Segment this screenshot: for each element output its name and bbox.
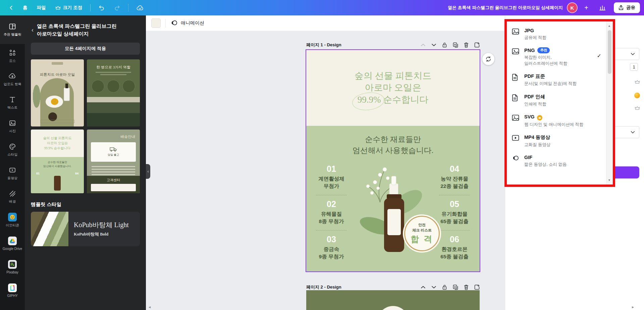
page1-center-art: 안전 체크 리스트 합 격 <box>357 162 429 271</box>
export-subtitle: 짧은 동영상, 소리 없음 <box>524 161 567 167</box>
safety-pass-badge[interactable]: 안전 체크 리스트 합 격 <box>404 216 440 251</box>
scroll-down-arrow[interactable]: ▼ <box>608 178 611 182</box>
back-chevron-icon[interactable] <box>5 3 17 13</box>
file-menu-button[interactable]: 파일 <box>33 2 50 13</box>
sidebar-label: 사진 <box>9 129 16 134</box>
sidebar-item-uploads[interactable]: 업로드 항목 <box>0 67 25 91</box>
design-title[interactable]: 옅은 초록색 파스텔그린 올리브그린 아로마오일 상세페이지 <box>448 5 563 11</box>
cloud-sync-button[interactable] <box>132 2 148 13</box>
rotate-page-button[interactable] <box>482 53 494 65</box>
templates-icon <box>8 22 16 31</box>
list-item-03[interactable]: 03 중금속9종 무첨가 <box>319 235 344 261</box>
item-line2: 8종 무첨가 <box>319 218 344 224</box>
add-member-button[interactable]: + <box>582 3 591 12</box>
thumb3-line1: 숲의 선물 피톤치드 <box>31 136 84 141</box>
design-page-1[interactable]: 숲의 선물 피톤치드 아로마 오일은 99.9% 순수합니다 순수한 재료들만 … <box>306 50 480 271</box>
move-page-down-icon[interactable] <box>431 286 436 289</box>
dotted-divider <box>439 230 470 230</box>
bar-chart-icon <box>599 5 606 10</box>
animate-button[interactable]: 애니메이션 <box>170 20 204 27</box>
sidebar-item-photos[interactable]: 사진 <box>0 114 25 138</box>
avatar[interactable]: K <box>567 2 578 13</box>
export-option-pdf-standard[interactable]: PDF 표준 문서(및 이메일 전송)에 적합 <box>507 70 613 90</box>
sidebar-item-giphy[interactable]: GIPHY <box>0 279 25 302</box>
panel-collapse-handle[interactable]: ‹ <box>146 164 150 179</box>
template-thumb-2[interactable]: 한 병으로 3가지 역할 <box>87 59 140 126</box>
delete-page-icon[interactable] <box>464 42 469 48</box>
dropdown-scrollbar[interactable]: ▲ ▼ <box>606 21 613 185</box>
export-option-pdf-print[interactable]: PDF 인쇄 인쇄에 적합 <box>507 90 613 110</box>
share-button[interactable]: 공유 <box>614 2 640 13</box>
thumb1-bottle-cap <box>65 84 68 88</box>
duplicate-page-icon[interactable] <box>453 285 458 290</box>
duplicate-page-icon[interactable] <box>453 42 458 48</box>
sidebar-item-google-drive[interactable]: Google Drive <box>0 232 25 255</box>
apply-all-pages-button[interactable]: 모든 4페이지에 적용 <box>31 43 140 55</box>
list-item-01[interactable]: 01 계면활성제무첨가 <box>318 164 344 190</box>
export-subtitle: 복잡한 이미지,일러스트레이션에 적합 <box>524 54 567 66</box>
export-option-mp4[interactable]: MP4 동영상 고화질 동영상 <box>507 131 613 151</box>
template-style-card[interactable]: KoPub바탕체 Light KoPub바탕체 Bold <box>31 212 140 246</box>
item-line2: 65종 불검출 <box>440 218 469 224</box>
export-option-jpg[interactable]: JPG 공유에 적합 <box>507 24 613 44</box>
page1-subhead[interactable]: 순수한 재료들만 엄선해서 사용했습니다. <box>306 126 480 156</box>
page1-headline[interactable]: 숲의 선물 피톤치드 아로마 오일은 99.9% 순수합니다 <box>355 70 432 106</box>
thumb3-sub1: 순수한 재료들만 <box>31 160 84 164</box>
list-item-05[interactable]: 05 유기화합물65종 불검출 <box>440 199 469 225</box>
design-page-2[interactable] <box>306 290 480 310</box>
scroll-up-arrow[interactable]: ▲ <box>608 24 611 28</box>
page1-title[interactable]: 페이지 1 - Design <box>306 42 341 48</box>
export-option-svg[interactable]: SVG 웹 디자인 및 애니메이션에 적합 <box>507 110 613 131</box>
sidebar-item-background[interactable]: 배경 <box>0 185 25 208</box>
template-thumb-1[interactable]: 피톤치드 아로마 오일 <box>31 59 84 126</box>
scroll-right-arrow[interactable]: ▸ <box>632 305 634 309</box>
chevron-down-icon <box>631 53 635 56</box>
panel-back-chevron-icon[interactable]: ‹ <box>32 27 34 38</box>
delete-page-icon[interactable] <box>464 285 469 290</box>
move-page-up-icon[interactable] <box>421 286 426 289</box>
list-item-04[interactable]: 04 농약 잔류물22종 불검출 <box>440 164 469 190</box>
scale-multiplier-input[interactable]: 1 <box>630 63 638 71</box>
style-swatch-image <box>31 212 68 246</box>
thumb3-line3: 99.9% 순수합니다 <box>31 146 84 151</box>
sidebar-item-elements[interactable]: 요소 <box>0 44 25 67</box>
list-item-02[interactable]: 02 유해물질8종 무첨가 <box>319 199 344 225</box>
move-page-down-icon[interactable] <box>431 43 436 47</box>
template-thumb-4[interactable]: 배송안내 당일 출고 고객센터 <box>87 130 140 193</box>
scrollbar-thumb[interactable] <box>608 30 611 74</box>
dotted-divider <box>316 195 347 195</box>
background-color-swatch[interactable] <box>151 18 161 28</box>
sidebar-item-videos[interactable]: 동영상 <box>0 161 25 185</box>
page2-title[interactable]: 페이지 2 - Design <box>306 284 341 290</box>
sidebar-item-text[interactable]: 텍스트 <box>0 91 25 114</box>
export-title: JPG <box>524 28 534 33</box>
credit-coin-icon <box>634 93 640 98</box>
document-icon <box>512 94 520 107</box>
insights-button[interactable] <box>595 2 610 13</box>
add-page-icon[interactable] <box>474 42 480 48</box>
undo-button[interactable] <box>95 2 109 13</box>
sidebar-label: Google Drive <box>3 247 22 251</box>
list-item-06[interactable]: 06 환경호르몬65종 불검출 <box>440 235 469 261</box>
export-option-png[interactable]: PNG추천 복잡한 이미지,일러스트레이션에 적합 ✓ <box>507 44 613 70</box>
check-icon: ✓ <box>597 53 601 59</box>
home-button[interactable]: 홈 <box>19 2 32 13</box>
add-page-icon[interactable] <box>474 285 480 290</box>
unlock-icon[interactable] <box>442 42 447 48</box>
thumb4-card-label: 당일 출고 <box>108 153 119 157</box>
unlock-icon[interactable] <box>442 285 447 290</box>
redo-button[interactable] <box>110 2 124 13</box>
scroll-left-arrow[interactable]: ◂ <box>149 305 151 309</box>
sidebar-item-emoji[interactable]: 이모티콘 <box>0 208 25 232</box>
sidebar-item-styles[interactable]: 스타일 <box>0 138 25 161</box>
item-line2: 9종 무첨가 <box>319 254 344 259</box>
dotted-divider <box>316 230 347 230</box>
resize-button[interactable]: 크기 조정 <box>51 2 87 13</box>
thumb4-footer-card <box>91 184 136 191</box>
export-option-gif[interactable]: GIF 짧은 동영상, 소리 없음 <box>507 151 613 171</box>
sidebar-item-pixabay[interactable]: Pixabay <box>0 255 25 279</box>
template-thumb-3[interactable]: 숲의 선물 피톤치드 아로마 오일은 99.9% 순수합니다 순수한 재료들만 … <box>31 130 84 193</box>
image-icon <box>512 114 520 127</box>
move-page-up-icon[interactable] <box>421 43 426 47</box>
sidebar-item-templates[interactable]: 추천 템플릿 <box>0 15 25 44</box>
